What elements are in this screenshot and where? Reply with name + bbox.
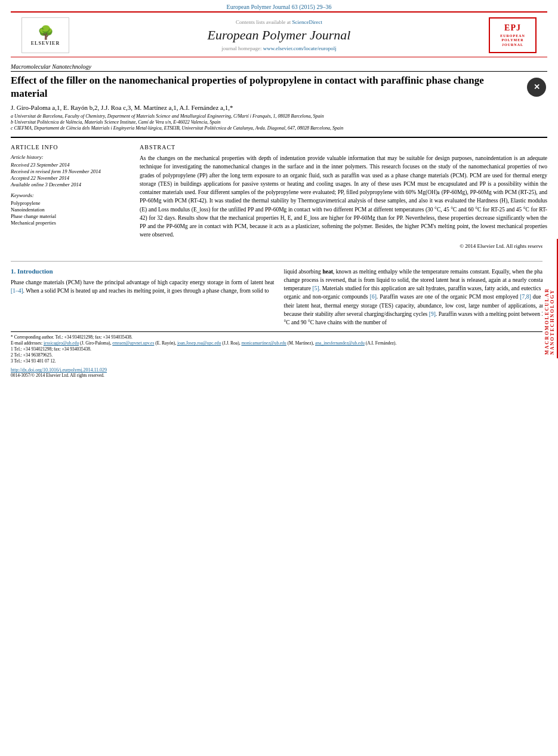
- crossmark: ✕: [526, 76, 547, 98]
- email-link-2[interactable]: emraen@upvnet.upv.es: [112, 340, 154, 346]
- article-info-heading: ARTICLE INFO: [11, 144, 130, 150]
- footnote-emails: E-mail addresses: jessicagiro@ub.edu (J.…: [11, 340, 547, 346]
- footnote-3: 3 Tel.: +34 93 401 07 12.: [11, 358, 547, 364]
- email-link-5[interactable]: ana_inesfernandez@ub.edu: [315, 340, 365, 346]
- history-revised: Received in revised form 19 November 201…: [11, 168, 130, 174]
- abstract: ABSTRACT As the changes on the mechanica…: [140, 144, 547, 249]
- keyword-1: Polypropylene: [11, 200, 130, 206]
- ref-5: [5]: [313, 285, 319, 291]
- ref-6: [6]: [370, 294, 377, 300]
- history-title: Article history:: [11, 154, 130, 160]
- journal-reference: European Polymer Journal 63 (2015) 29–36: [0, 0, 558, 11]
- article-info: ARTICLE INFO Article history: Received 2…: [11, 144, 130, 226]
- abstract-copyright: © 2014 Elsevier Ltd. All rights reserved…: [140, 243, 547, 249]
- footnotes: * Corresponding author. Tel.: +34 934021…: [11, 331, 547, 364]
- affiliations: a Universitat de Barcelona, Faculty of C…: [11, 113, 547, 131]
- intro-heading: 1. Introduction: [11, 268, 275, 275]
- intro-right-text: liquid absorbing heat, known as melting …: [284, 268, 548, 327]
- keyword-2: Nanoindentation: [11, 207, 130, 213]
- ref-9: [9]: [429, 311, 436, 317]
- authors: J. Giro-Paloma a,1, E. Rayón b,2, J.J. R…: [11, 104, 547, 111]
- journal-title: European Polymer Journal: [69, 27, 489, 43]
- intro-right: liquid absorbing heat, known as melting …: [284, 268, 548, 327]
- email-link-4[interactable]: monicamartinez@ub.edu: [241, 340, 286, 346]
- affil-a: a Universitat de Barcelona, Faculty of C…: [11, 113, 547, 119]
- intro-left-text: Phase change materials (PCM) have the pr…: [11, 278, 275, 296]
- affil-c: c CIEFMA, Departament de Ciència dels Ma…: [11, 125, 547, 131]
- intro-left: 1. Introduction Phase change materials (…: [11, 268, 275, 327]
- intro-section: 1. Introduction Phase change materials (…: [11, 268, 547, 327]
- section-label: Macromolecular Nanotechnology: [11, 63, 547, 72]
- keyword-4: Mechanical properties: [11, 220, 130, 226]
- sciencedirect-link[interactable]: ScienceDirect: [292, 19, 322, 25]
- journal-header: 🌳 ELSEVIER Contents lists available at S…: [11, 11, 547, 57]
- header-center: Contents lists available at ScienceDirec…: [69, 19, 489, 51]
- keyword-3: Phase change material: [11, 213, 130, 219]
- doi-anchor[interactable]: http://dx.doi.org/10.1016/j.eurpolymj.20…: [11, 367, 107, 373]
- journal-homepage: journal homepage: www.elsevier.com/locat…: [69, 45, 489, 51]
- homepage-link[interactable]: www.elsevier.com/locate/europolj: [263, 45, 337, 51]
- elsevier-text: ELSEVIER: [31, 41, 60, 46]
- history-online: Available online 3 December 2014: [11, 182, 130, 188]
- ref-7-8: [7,8]: [520, 294, 531, 300]
- abstract-heading: ABSTRACT: [140, 144, 547, 150]
- doi-section: http://dx.doi.org/10.1016/j.eurpolymj.20…: [11, 367, 547, 378]
- history-accepted: Accepted 22 November 2014: [11, 175, 130, 181]
- issn-copyright: 0014-3057/© 2014 Elsevier Ltd. All right…: [11, 373, 547, 378]
- abstract-col: ABSTRACT As the changes on the mechanica…: [140, 144, 547, 255]
- keywords-title: Keywords:: [11, 192, 130, 198]
- elsevier-logo: 🌳 ELSEVIER: [21, 17, 69, 53]
- paper-title-row: Effect of the filler on the nanomechanic…: [11, 74, 547, 100]
- footnote-corresponding: * Corresponding author. Tel.: +34 934021…: [11, 334, 547, 340]
- section-divider: [11, 261, 547, 262]
- email-link-3[interactable]: joan.Josep.roa@upc.edu: [177, 340, 221, 346]
- abstract-text: As the changes on the mechanical propert…: [140, 154, 547, 239]
- side-label: MACROMOLECULAR NANOTECHNOLOGY: [542, 239, 558, 358]
- footnote-2: 2 Tel.: +34 963879625.: [11, 352, 547, 358]
- journal-logo-box: EPJ EUROPEANPOLYMERJOURNAL: [489, 17, 537, 53]
- paper-title: Effect of the filler on the nanomechanic…: [11, 74, 520, 100]
- history-received: Received 23 September 2014: [11, 162, 130, 168]
- main-content: ARTICLE INFO Article history: Received 2…: [11, 137, 547, 255]
- tree-graphic: 🌳: [38, 25, 54, 41]
- email-link-1[interactable]: jessicagiro@ub.edu: [44, 340, 79, 346]
- header-left: 🌳 ELSEVIER: [21, 17, 69, 53]
- sciencedirect-label: Contents lists available at ScienceDirec…: [69, 19, 489, 25]
- keywords: Keywords: Polypropylene Nanoindentation …: [11, 192, 130, 226]
- article-history: Article history: Received 23 September 2…: [11, 154, 130, 188]
- article-info-col: ARTICLE INFO Article history: Received 2…: [11, 144, 130, 255]
- footnote-1: 1 Tel.: +34 934021298; fax: +34 93403543…: [11, 346, 547, 352]
- doi-link: http://dx.doi.org/10.1016/j.eurpolymj.20…: [11, 367, 547, 373]
- affil-b: b Universitat Politècnica de València, M…: [11, 119, 547, 125]
- crossmark-icon: ✕: [527, 78, 546, 97]
- ref-1-4: [1–4]: [11, 288, 23, 294]
